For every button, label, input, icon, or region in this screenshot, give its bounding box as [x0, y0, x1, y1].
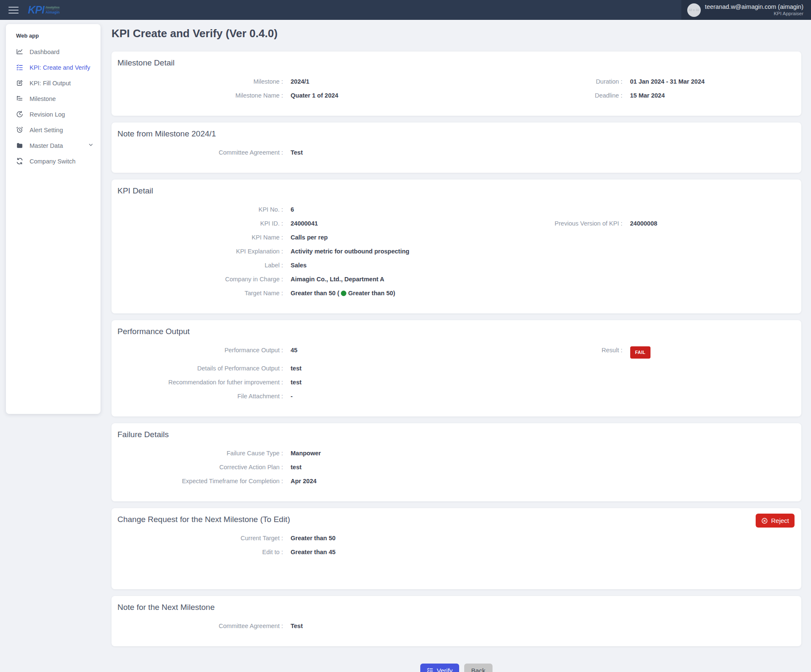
checklist-icon [427, 667, 433, 672]
note-from-milestone-card: Note from Milestone 2024/1 Committee Agr… [112, 122, 801, 173]
note-next-milestone-card: Note for the Next Milestone Committee Ag… [112, 596, 801, 646]
back-button[interactable]: Back [464, 664, 493, 672]
failure-details-title: Failure Details [117, 430, 795, 439]
target-status-dot [341, 291, 346, 296]
sidebar-item-label: Master Data [30, 142, 63, 149]
logo-aimagin-text: Aimagin [46, 10, 60, 14]
user-menu[interactable]: 32 x 32 teeranad.w@aimagin.com (aimagin)… [681, 0, 811, 20]
sidebar-item-label: KPI: Create and Verify [30, 64, 90, 71]
sidebar-item-dashboard[interactable]: Dashboard [6, 44, 101, 60]
committee-agreement-label: Committee Agreement : [117, 149, 283, 157]
sidebar-item-label: Milestone [30, 95, 56, 102]
previous-version-value: 24000008 [630, 220, 658, 228]
company-in-charge-label: Company in Charge : [117, 275, 283, 283]
milestone-detail-title: Milestone Detail [117, 58, 795, 68]
user-email: teeranad.w@aimagin.com (aimagin) [705, 3, 803, 11]
kpi-explanation-value: Activity metric for outbound prospecting [291, 248, 409, 256]
main-content: KPI Create and Verify (Ver 0.4.0) Milest… [112, 20, 801, 672]
kpi-no-label: KPI No. : [117, 206, 283, 214]
details-performance-label: Details of Performance Output : [117, 365, 283, 373]
expected-timeframe-value: Apr 2024 [291, 477, 316, 485]
sidebar-item-alert-setting[interactable]: Alert Setting [6, 122, 101, 138]
note-from-milestone-title: Note from Milestone 2024/1 [117, 129, 795, 139]
corrective-action-value: test [291, 463, 302, 471]
deadline-label: Deadline : [457, 92, 623, 100]
corrective-action-label: Corrective Action Plan : [117, 463, 283, 471]
list-tree-icon [16, 95, 23, 102]
kpi-no-value: 6 [291, 206, 294, 214]
edit-to-label: Edit to : [117, 548, 283, 556]
sidebar-item-revision-log[interactable]: Revision Log [6, 106, 101, 122]
note-next-milestone-title: Note for the Next Milestone [117, 603, 795, 612]
file-attachment-label: File Attachment : [117, 392, 283, 400]
kpi-id-value: 24000041 [291, 220, 318, 228]
checklist-icon [16, 64, 23, 71]
sidebar-item-label: KPI: Fill Output [30, 80, 71, 87]
page-title: KPI Create and Verify (Ver 0.4.0) [112, 27, 801, 40]
milestone-value: 2024/1 [291, 78, 309, 86]
sidebar-item-label: Alert Setting [30, 127, 63, 133]
committee-agreement-next-label: Committee Agreement : [117, 622, 283, 630]
verify-button[interactable]: Verify [420, 664, 459, 672]
performance-output-value: 45 [291, 346, 297, 354]
result-fail-badge: FAIL [630, 346, 651, 359]
sidebar-item-master-data[interactable]: Master Data [6, 138, 101, 153]
previous-version-label: Previous Version of KPI : [457, 220, 623, 228]
target-name-value: Greater than 50 (Greater than 50) [291, 289, 395, 297]
performance-output-label: Performance Output : [117, 346, 283, 354]
sidebar-item-company-switch[interactable]: Company Switch [6, 153, 101, 169]
committee-agreement-next-value: Test [291, 622, 303, 630]
performance-output-title: Performance Output [117, 327, 795, 336]
performance-output-card: Performance Output Performance Output : … [112, 320, 801, 416]
reject-button-label: Reject [771, 517, 789, 524]
change-request-card: Change Request for the Next Milestone (T… [112, 508, 801, 589]
kpi-explanation-label: KPI Explanation : [117, 248, 283, 256]
sidebar-item-kpi-create-and-verify[interactable]: KPI: Create and Verify [6, 60, 101, 75]
folder-icon [16, 142, 23, 149]
kpi-id-label: KPI ID. : [117, 220, 283, 228]
chart-line-icon [16, 48, 23, 55]
duration-label: Duration : [457, 78, 623, 86]
duration-value: 01 Jan 2024 - 31 Mar 2024 [630, 78, 705, 86]
pen-square-icon [16, 79, 23, 87]
sidebar-item-label: Dashboard [30, 49, 60, 55]
kpi-name-value: Calls per rep [291, 234, 328, 242]
logo-analytics-text: Analytics [46, 6, 60, 9]
kpi-detail-title: KPI Detail [117, 186, 795, 196]
target-name-label: Target Name : [117, 289, 283, 297]
kpi-detail-card: KPI Detail KPI No. : 6 KPI ID. : 2400004… [112, 180, 801, 313]
sidebar-section-label: Web app [6, 33, 101, 39]
milestone-name-label: Milestone Name : [117, 92, 283, 100]
logo-kpi-text: KPI [28, 4, 44, 16]
sidebar-item-label: Revision Log [30, 111, 65, 118]
edit-to-value: Greater than 45 [291, 548, 335, 556]
failure-cause-value: Manpower [291, 449, 321, 457]
sidebar: Web app Dashboard KPI: Create and Verify… [6, 24, 101, 414]
avatar: 32 x 32 [687, 3, 701, 17]
change-request-title: Change Request for the Next Milestone (T… [117, 515, 795, 524]
current-target-value: Greater than 50 [291, 534, 335, 542]
reject-button[interactable]: Reject [756, 514, 795, 528]
milestone-name-value: Quater 1 of 2024 [291, 92, 338, 100]
sidebar-item-label: Company Switch [30, 158, 76, 165]
history-clock-icon [16, 111, 23, 118]
user-role: KPI Appraiser [705, 11, 803, 16]
chevron-down-icon[interactable] [88, 142, 94, 149]
recommendation-label: Recommendation for futher improvement : [117, 378, 283, 386]
sidebar-item-kpi-fill-output[interactable]: KPI: Fill Output [6, 75, 101, 91]
details-performance-value: test [291, 365, 302, 373]
company-in-charge-value: Aimagin Co., Ltd., Department A [291, 275, 384, 283]
failure-cause-label: Failure Cause Type : [117, 449, 283, 457]
file-attachment-value: - [291, 392, 293, 400]
app-logo[interactable]: KPI Analytics Aimagin [28, 4, 60, 16]
circle-x-icon [761, 517, 768, 524]
alarm-clock-icon [16, 126, 23, 133]
kpi-name-label: KPI Name : [117, 234, 283, 242]
deadline-value: 15 Mar 2024 [630, 92, 665, 100]
milestone-label: Milestone : [117, 78, 283, 86]
current-target-label: Current Target : [117, 534, 283, 542]
sync-arrows-icon [16, 158, 23, 165]
sidebar-item-milestone[interactable]: Milestone [6, 91, 101, 106]
failure-details-card: Failure Details Failure Cause Type : Man… [112, 423, 801, 501]
hamburger-menu-icon[interactable] [8, 5, 19, 16]
